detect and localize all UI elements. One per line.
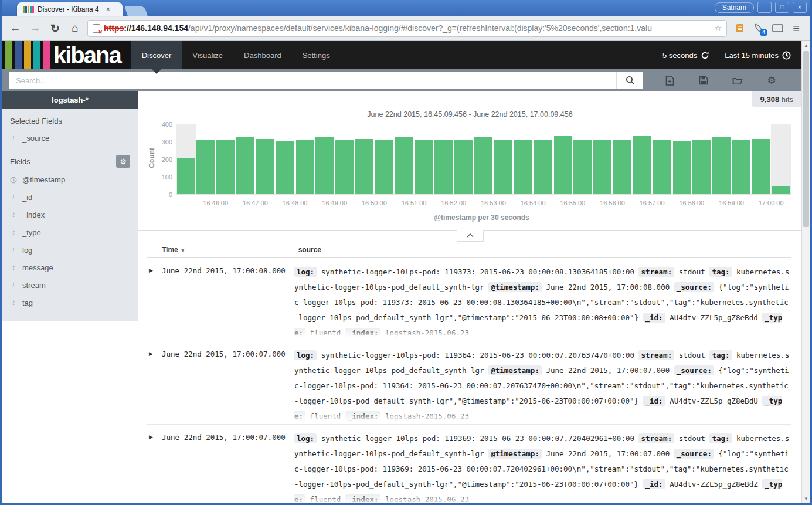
field-item-source[interactable]: t_source bbox=[2, 129, 138, 147]
bookmark-star-icon[interactable]: ☆ bbox=[714, 23, 722, 33]
histogram-bar[interactable] bbox=[652, 124, 672, 194]
histogram-bar[interactable] bbox=[494, 124, 514, 194]
column-header-time[interactable]: Time ▼ bbox=[147, 246, 294, 254]
field-item-timestamp[interactable]: @timestamp bbox=[2, 171, 138, 188]
url-bar[interactable]: https://146.148.94.154/api/v1/proxy/name… bbox=[87, 20, 727, 37]
fields-settings-gear-icon[interactable]: ⚙ bbox=[116, 155, 130, 168]
field-item-type[interactable]: t_type bbox=[2, 223, 138, 241]
histogram-bar[interactable] bbox=[613, 124, 633, 194]
tab-close-icon[interactable]: × bbox=[106, 5, 110, 13]
histogram-bar[interactable] bbox=[255, 124, 275, 194]
save-search-button[interactable] bbox=[698, 75, 709, 86]
search-submit-button[interactable] bbox=[616, 72, 643, 89]
string-field-type-icon: t bbox=[10, 280, 17, 290]
browser-toolbar: ← → ↻ ⌂ https://146.148.94.154/api/v1/pr… bbox=[2, 16, 810, 41]
histogram-bar[interactable] bbox=[712, 124, 732, 194]
maximize-button[interactable]: □ bbox=[775, 2, 789, 13]
insecure-page-icon[interactable] bbox=[93, 24, 100, 33]
search-icon bbox=[626, 76, 635, 85]
field-name: _index bbox=[22, 211, 45, 219]
row-time: June 22nd 2015, 17:00:07.000 bbox=[162, 431, 294, 503]
histogram-bar[interactable] bbox=[454, 124, 474, 194]
nav-item-discover[interactable]: Discover bbox=[131, 41, 182, 69]
histogram-bar[interactable] bbox=[176, 124, 196, 194]
histogram-bar[interactable] bbox=[513, 124, 533, 194]
cast-icon[interactable] bbox=[772, 22, 783, 34]
extension-icon-phone[interactable]: 4 bbox=[753, 22, 765, 34]
back-icon[interactable]: ← bbox=[8, 22, 23, 35]
expand-row-icon[interactable]: ▶ bbox=[147, 431, 162, 503]
browser-tab[interactable]: Discover - Kibana 4 × bbox=[17, 2, 123, 16]
histogram-bar[interactable] bbox=[553, 124, 573, 194]
field-name: @timestamp bbox=[22, 175, 65, 184]
histogram-bar[interactable] bbox=[295, 124, 315, 194]
field-name: _type bbox=[22, 228, 41, 237]
histogram-bar[interactable] bbox=[374, 124, 394, 194]
histogram-bar[interactable] bbox=[751, 124, 771, 194]
histogram-bar[interactable] bbox=[771, 124, 791, 194]
field-item-index[interactable]: t_index bbox=[2, 206, 138, 223]
x-tick-label: 16:55:00 bbox=[560, 199, 585, 206]
new-tab-button[interactable] bbox=[124, 6, 148, 16]
search-input[interactable] bbox=[9, 72, 616, 89]
page-scrollbar[interactable]: ▲ ▼ bbox=[801, 41, 810, 503]
nav-item-settings[interactable]: Settings bbox=[292, 41, 341, 69]
close-button[interactable]: × bbox=[793, 2, 807, 13]
home-icon[interactable]: ⌂ bbox=[67, 22, 83, 35]
new-document-icon bbox=[665, 76, 674, 86]
histogram-bar[interactable] bbox=[573, 124, 593, 194]
histogram-bar[interactable] bbox=[394, 124, 414, 194]
nav-item-dashboard[interactable]: Dashboard bbox=[233, 41, 292, 69]
histogram-bar[interactable] bbox=[315, 124, 335, 194]
y-tick-label: 400 bbox=[162, 121, 172, 128]
scroll-up-icon[interactable]: ▲ bbox=[802, 41, 810, 50]
histogram-bar[interactable] bbox=[533, 124, 553, 194]
histogram-bar[interactable] bbox=[434, 124, 454, 194]
histogram-bar[interactable] bbox=[672, 124, 692, 194]
extension-icon-1[interactable] bbox=[734, 22, 746, 34]
field-item-stream[interactable]: tstream bbox=[2, 276, 138, 294]
histogram-bar[interactable] bbox=[216, 124, 236, 194]
chart-title: June 22nd 2015, 16:45:09.456 - June 22nd… bbox=[138, 110, 801, 118]
scroll-down-icon[interactable]: ▼ bbox=[802, 494, 810, 503]
histogram-bar[interactable] bbox=[692, 124, 712, 194]
forward-icon[interactable]: → bbox=[28, 22, 43, 35]
bar-fill bbox=[692, 140, 711, 194]
settings-gear-icon[interactable]: ⚙ bbox=[766, 75, 777, 86]
x-tick-label: 16:51:00 bbox=[402, 199, 427, 206]
field-item-log[interactable]: tlog bbox=[2, 241, 138, 259]
field-name: message bbox=[22, 263, 53, 272]
browser-menu-icon[interactable]: ≡ bbox=[790, 22, 802, 35]
histogram-bar[interactable] bbox=[335, 124, 355, 194]
nav-item-visualize[interactable]: Visualize bbox=[182, 41, 233, 69]
bar-fill bbox=[732, 140, 750, 194]
histogram-bar[interactable] bbox=[355, 124, 375, 194]
histogram-bar[interactable] bbox=[474, 124, 494, 194]
x-tick-label: 16:46:00 bbox=[203, 199, 228, 206]
profile-button[interactable]: Satnam bbox=[715, 2, 754, 13]
new-search-button[interactable] bbox=[664, 75, 675, 86]
field-item-id[interactable]: t_id bbox=[2, 188, 138, 206]
field-item-message[interactable]: tmessage bbox=[2, 259, 138, 276]
x-tick-label: 16:58:00 bbox=[679, 199, 704, 206]
time-range-control[interactable]: Last 15 minutes bbox=[725, 51, 791, 60]
minimize-button[interactable]: – bbox=[757, 2, 772, 13]
scrollbar-thumb[interactable] bbox=[803, 51, 809, 227]
index-pattern-header[interactable]: logstash-* bbox=[2, 91, 138, 109]
expand-row-icon[interactable]: ▶ bbox=[147, 348, 162, 424]
reload-icon[interactable]: ↻ bbox=[47, 22, 63, 35]
refresh-interval-control[interactable]: 5 seconds bbox=[662, 51, 709, 60]
field-item-tag[interactable]: ttag bbox=[2, 294, 138, 311]
open-search-button[interactable] bbox=[732, 75, 743, 86]
expand-row-icon[interactable]: ▶ bbox=[147, 265, 162, 341]
collapse-chart-button[interactable] bbox=[457, 230, 484, 242]
histogram-bar[interactable] bbox=[593, 124, 613, 194]
kibana-logo[interactable]: kibana bbox=[2, 41, 131, 69]
histogram-bar[interactable] bbox=[196, 124, 216, 194]
histogram-bar[interactable] bbox=[236, 124, 256, 194]
histogram-bar[interactable] bbox=[732, 124, 752, 194]
bar-fill bbox=[554, 136, 572, 194]
histogram-bar[interactable] bbox=[414, 124, 434, 194]
histogram-bar[interactable] bbox=[632, 124, 652, 194]
histogram-bar[interactable] bbox=[275, 124, 295, 194]
